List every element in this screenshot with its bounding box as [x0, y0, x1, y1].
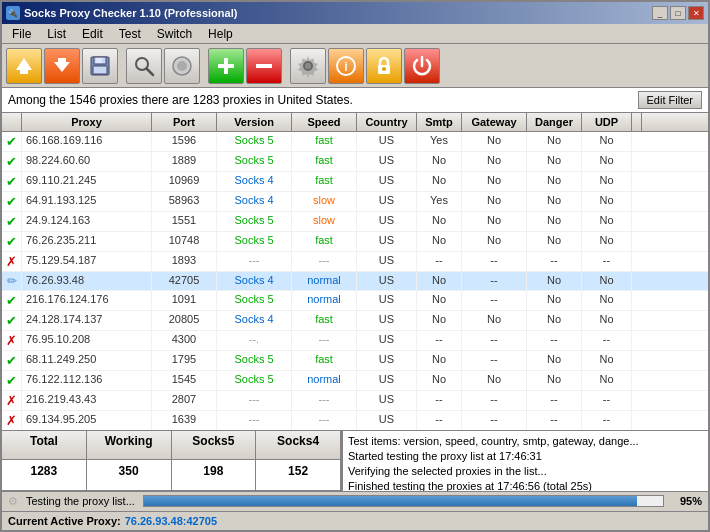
minimize-button[interactable]: _ — [652, 6, 668, 20]
progress-percent: 95% — [672, 495, 702, 507]
cell-status: ✔ — [2, 172, 22, 191]
table-row[interactable]: ✗ 76.95.10.208 4300 --. --- US -- -- -- … — [2, 331, 708, 351]
cell-country: US — [357, 391, 417, 410]
cell-smtp: -- — [417, 411, 462, 430]
close-button[interactable]: ✕ — [688, 6, 704, 20]
table-row[interactable]: ✔ 24.9.124.163 1551 Socks 5 slow US No N… — [2, 212, 708, 232]
cell-gateway: -- — [462, 252, 527, 271]
cell-danger: No — [527, 351, 582, 370]
menu-file[interactable]: File — [4, 25, 39, 43]
cell-smtp: No — [417, 351, 462, 370]
table-row[interactable]: ✔ 24.128.174.137 20805 Socks 4 fast US N… — [2, 311, 708, 331]
cell-version: Socks 4 — [217, 311, 292, 330]
cell-status: ✔ — [2, 192, 22, 211]
table-row[interactable]: ✔ 66.168.169.116 1596 Socks 5 fast US Ye… — [2, 132, 708, 152]
cell-country: US — [357, 331, 417, 350]
cell-status: ✗ — [2, 331, 22, 350]
menu-edit[interactable]: Edit — [74, 25, 111, 43]
cell-status: ✔ — [2, 232, 22, 251]
app-icon: 🔌 — [6, 6, 20, 20]
table-row[interactable]: ✔ 68.11.249.250 1795 Socks 5 fast US No … — [2, 351, 708, 371]
table-row[interactable]: ✔ 98.224.60.60 1889 Socks 5 fast US No N… — [2, 152, 708, 172]
title-bar-left: 🔌 Socks Proxy Checker 1.10 (Professional… — [6, 6, 237, 20]
maximize-button[interactable]: □ — [670, 6, 686, 20]
cell-udp: No — [582, 311, 632, 330]
power-button[interactable] — [404, 48, 440, 84]
cell-country: US — [357, 132, 417, 151]
col-proxy: Proxy — [22, 113, 152, 131]
save-button[interactable] — [44, 48, 80, 84]
stop-button[interactable] — [164, 48, 200, 84]
title-bar-controls: _ □ ✕ — [652, 6, 704, 20]
disk-icon — [88, 54, 112, 78]
menu-bar: File List Edit Test Switch Help — [2, 24, 708, 44]
cell-udp: No — [582, 232, 632, 251]
edit-filter-button[interactable]: Edit Filter — [638, 91, 702, 109]
cell-version: Socks 5 — [217, 212, 292, 231]
current-proxy-value: 76.26.93.48:42705 — [125, 515, 217, 527]
table-row[interactable]: ✏ 76.26.93.48 42705 Socks 4 normal US No… — [2, 272, 708, 291]
stop-icon — [170, 54, 194, 78]
cell-danger: No — [527, 272, 582, 290]
info-button[interactable]: i — [328, 48, 364, 84]
table-body[interactable]: ✔ 66.168.169.116 1596 Socks 5 fast US Ye… — [2, 132, 708, 430]
cell-proxy: 76.26.235.211 — [22, 232, 152, 251]
bottom-section: Total Working Socks5 Socks4 1283 350 198… — [2, 430, 708, 530]
cell-proxy: 24.9.124.163 — [22, 212, 152, 231]
cell-port: 20805 — [152, 311, 217, 330]
menu-help[interactable]: Help — [200, 25, 241, 43]
progress-bar-fill — [144, 496, 637, 506]
total-header: Total — [2, 431, 87, 460]
cell-speed: --- — [292, 391, 357, 410]
power-icon — [410, 54, 434, 78]
cell-speed: slow — [292, 212, 357, 231]
cell-status: ✔ — [2, 132, 22, 151]
open-button[interactable] — [6, 48, 42, 84]
table-row[interactable]: ✔ 64.91.193.125 58963 Socks 4 slow US Ye… — [2, 192, 708, 212]
menu-switch[interactable]: Switch — [149, 25, 200, 43]
cell-status: ✔ — [2, 311, 22, 330]
table-row[interactable]: ✔ 216.176.124.176 1091 Socks 5 normal US… — [2, 291, 708, 311]
cell-country: US — [357, 152, 417, 171]
cell-country: US — [357, 252, 417, 271]
progress-bar-row: ⚙ Testing the proxy list... 95% — [2, 491, 708, 511]
cell-gateway: No — [462, 152, 527, 171]
cell-version: Socks 5 — [217, 291, 292, 310]
cell-gateway: -- — [462, 351, 527, 370]
cell-speed: fast — [292, 311, 357, 330]
cell-udp: No — [582, 132, 632, 151]
cell-version: Socks 5 — [217, 371, 292, 390]
table-row[interactable]: ✔ 76.122.112.136 1545 Socks 5 normal US … — [2, 371, 708, 391]
remove-button[interactable] — [246, 48, 282, 84]
cell-proxy: 76.95.10.208 — [22, 331, 152, 350]
cell-danger: No — [527, 232, 582, 251]
table-row[interactable]: ✔ 69.110.21.245 10969 Socks 4 fast US No… — [2, 172, 708, 192]
table-header: Proxy Port Version Speed Country Smtp Ga… — [2, 113, 708, 132]
svg-rect-1 — [20, 70, 28, 74]
cell-proxy: 24.128.174.137 — [22, 311, 152, 330]
find-button[interactable] — [126, 48, 162, 84]
window-title: Socks Proxy Checker 1.10 (Professional) — [24, 7, 237, 19]
lock-button[interactable] — [366, 48, 402, 84]
add-button[interactable] — [208, 48, 244, 84]
table-row[interactable]: ✗ 69.134.95.205 1639 --- --- US -- -- --… — [2, 411, 708, 430]
table-row[interactable]: ✗ 75.129.54.187 1893 --- --- US -- -- --… — [2, 252, 708, 272]
socks4-value: 152 — [256, 460, 341, 491]
cell-speed: --- — [292, 411, 357, 430]
table-row[interactable]: ✔ 76.26.235.211 10748 Socks 5 fast US No… — [2, 232, 708, 252]
svg-point-20 — [382, 67, 386, 71]
cell-country: US — [357, 351, 417, 370]
cell-udp: No — [582, 272, 632, 290]
menu-list[interactable]: List — [39, 25, 74, 43]
remove-icon — [252, 54, 276, 78]
cell-status: ✗ — [2, 252, 22, 271]
table-row[interactable]: ✗ 216.219.43.43 2807 --- --- US -- -- --… — [2, 391, 708, 411]
menu-test[interactable]: Test — [111, 25, 149, 43]
svg-marker-2 — [54, 62, 70, 72]
settings-button[interactable] — [290, 48, 326, 84]
save-file-button[interactable] — [82, 48, 118, 84]
cell-version: Socks 4 — [217, 172, 292, 191]
cell-version: Socks 5 — [217, 132, 292, 151]
cell-version: Socks 4 — [217, 272, 292, 290]
cell-smtp: No — [417, 272, 462, 290]
